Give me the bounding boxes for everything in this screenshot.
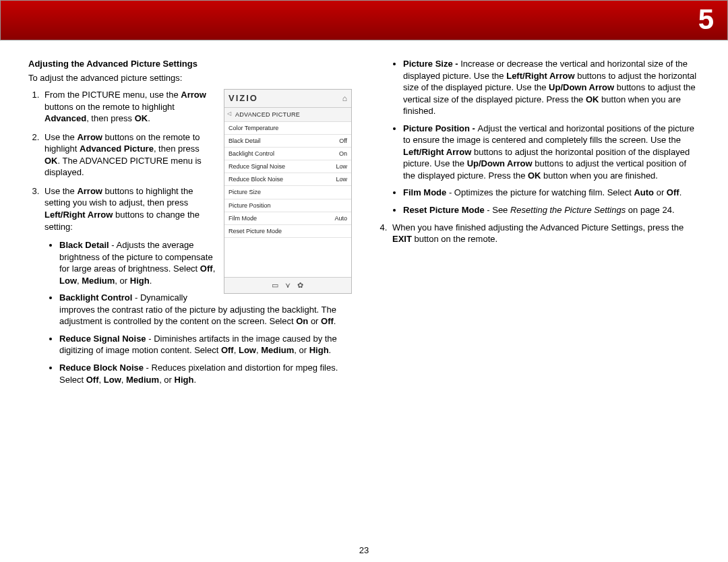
osd-row: Picture Size — [224, 186, 351, 199]
osd-row: Picture Position — [224, 199, 351, 212]
footer-icon-wide: ▭ — [272, 280, 280, 290]
manual-page: 5 Adjusting the Advanced Picture Setting… — [0, 0, 728, 562]
chapter-banner: 5 — [0, 0, 728, 40]
osd-row: Film ModeAuto — [224, 212, 351, 225]
opt-reduce-block-noise: Reduce Block Noise - Reduces pixelation … — [59, 362, 352, 385]
osd-title: ADVANCED PICTURE — [224, 108, 351, 122]
osd-footer: ▭ ⋎ ✿ — [224, 277, 351, 293]
home-icon: ⌂ — [342, 93, 347, 104]
vizio-logo: VIZIO — [229, 92, 258, 104]
right-column: Picture Size - Increase or decrease the … — [376, 58, 700, 392]
footer-icon-v: ⋎ — [285, 280, 292, 290]
steps-continued: When you have finished adjusting the Adv… — [376, 222, 700, 245]
opt-reset-picture-mode: Reset Picture Mode - See Resetting the P… — [403, 204, 700, 216]
osd-row: Reset Picture Mode — [224, 225, 351, 238]
footer-icon-gear: ✿ — [297, 280, 305, 290]
page-number: 23 — [0, 545, 728, 555]
intro-text: To adjust the advanced picture settings: — [28, 72, 352, 84]
chapter-number: 5 — [698, 3, 714, 36]
opt-picture-position: Picture Position - Adjust the vertical a… — [403, 123, 700, 182]
page-content: Adjusting the Advanced Picture Settings … — [28, 58, 702, 392]
opt-reduce-signal-noise: Reduce Signal Noise - Diminishes artifac… — [59, 333, 352, 356]
section-heading: Adjusting the Advanced Picture Settings — [28, 58, 352, 70]
osd-row: Reduce Signal NoiseLow — [224, 160, 351, 173]
opt-picture-size: Picture Size - Increase or decrease the … — [403, 58, 700, 117]
step-4: When you have finished adjusting the Adv… — [390, 222, 700, 245]
osd-row: Backlight ControlOn — [224, 148, 351, 160]
opt-film-mode: Film Mode - Optimizes the picture for wa… — [403, 187, 700, 199]
options-continued: Picture Size - Increase or decrease the … — [376, 58, 700, 216]
osd-header: VIZIO ⌂ — [224, 90, 351, 108]
osd-row: Reduce Block NoiseLow — [224, 173, 351, 186]
left-column: Adjusting the Advanced Picture Settings … — [28, 58, 352, 392]
osd-menu-illustration: VIZIO ⌂ ADVANCED PICTURE Color Temperatu… — [224, 89, 352, 294]
steps-wrapper: VIZIO ⌂ ADVANCED PICTURE Color Temperatu… — [28, 89, 352, 392]
opt-backlight-control: Backlight Control - Dynamically improves… — [59, 292, 352, 327]
osd-row: Color Temperature — [224, 122, 351, 135]
osd-row: Black DetailOff — [224, 135, 351, 148]
osd-body: Color TemperatureBlack DetailOffBackligh… — [224, 122, 351, 277]
